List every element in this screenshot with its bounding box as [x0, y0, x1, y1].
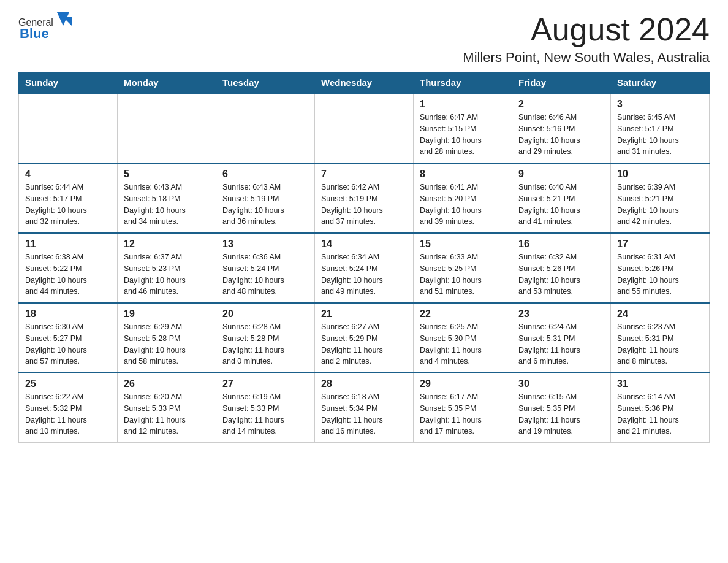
calendar-cell: 1Sunrise: 6:47 AMSunset: 5:15 PMDaylight…	[414, 93, 512, 163]
calendar-cell: 25Sunrise: 6:22 AMSunset: 5:32 PMDayligh…	[19, 373, 118, 443]
calendar-week-row: 1Sunrise: 6:47 AMSunset: 5:15 PMDaylight…	[19, 93, 710, 163]
calendar-day-header: Wednesday	[315, 72, 414, 94]
day-info: Sunrise: 6:14 AMSunset: 5:36 PMDaylight:…	[617, 391, 703, 437]
location-title: Millers Point, New South Wales, Australi…	[463, 50, 710, 66]
calendar-cell	[19, 93, 118, 163]
day-info: Sunrise: 6:32 AMSunset: 5:26 PMDaylight:…	[518, 251, 604, 297]
calendar-cell: 18Sunrise: 6:30 AMSunset: 5:27 PMDayligh…	[19, 303, 118, 373]
calendar-cell: 21Sunrise: 6:27 AMSunset: 5:29 PMDayligh…	[315, 303, 414, 373]
calendar-cell: 2Sunrise: 6:46 AMSunset: 5:16 PMDaylight…	[512, 93, 611, 163]
day-number: 19	[124, 308, 210, 320]
calendar-cell: 24Sunrise: 6:23 AMSunset: 5:31 PMDayligh…	[611, 303, 710, 373]
day-number: 21	[321, 308, 407, 320]
day-number: 13	[222, 239, 308, 250]
day-info: Sunrise: 6:25 AMSunset: 5:30 PMDaylight:…	[420, 321, 506, 367]
day-info: Sunrise: 6:30 AMSunset: 5:27 PMDaylight:…	[25, 321, 111, 367]
calendar-cell: 5Sunrise: 6:43 AMSunset: 5:18 PMDaylight…	[118, 163, 216, 233]
calendar-cell: 30Sunrise: 6:15 AMSunset: 5:35 PMDayligh…	[512, 373, 611, 443]
day-info: Sunrise: 6:38 AMSunset: 5:22 PMDaylight:…	[25, 251, 111, 297]
calendar-cell: 20Sunrise: 6:28 AMSunset: 5:28 PMDayligh…	[216, 303, 315, 373]
day-number: 6	[222, 169, 308, 180]
calendar-cell: 14Sunrise: 6:34 AMSunset: 5:24 PMDayligh…	[315, 233, 414, 303]
day-number: 11	[25, 239, 111, 250]
calendar-cell: 10Sunrise: 6:39 AMSunset: 5:21 PMDayligh…	[611, 163, 710, 233]
calendar-cell: 28Sunrise: 6:18 AMSunset: 5:34 PMDayligh…	[315, 373, 414, 443]
day-info: Sunrise: 6:36 AMSunset: 5:24 PMDaylight:…	[222, 251, 308, 297]
day-info: Sunrise: 6:47 AMSunset: 5:15 PMDaylight:…	[420, 112, 506, 158]
calendar-cell: 19Sunrise: 6:29 AMSunset: 5:28 PMDayligh…	[118, 303, 216, 373]
day-info: Sunrise: 6:27 AMSunset: 5:29 PMDaylight:…	[321, 321, 407, 367]
day-number: 15	[420, 239, 506, 250]
logo-blue-text: Blue	[20, 26, 49, 41]
month-title: August 2024	[463, 12, 710, 47]
day-info: Sunrise: 6:45 AMSunset: 5:17 PMDaylight:…	[617, 112, 703, 158]
day-info: Sunrise: 6:43 AMSunset: 5:19 PMDaylight:…	[222, 182, 308, 228]
calendar-day-header: Monday	[118, 72, 216, 94]
calendar-cell: 12Sunrise: 6:37 AMSunset: 5:23 PMDayligh…	[118, 233, 216, 303]
day-number: 25	[25, 378, 111, 389]
day-number: 23	[518, 308, 604, 320]
calendar-cell	[118, 93, 216, 163]
day-info: Sunrise: 6:46 AMSunset: 5:16 PMDaylight:…	[518, 112, 604, 158]
calendar-day-header: Sunday	[19, 72, 118, 94]
day-number: 29	[420, 378, 506, 389]
calendar-cell	[315, 93, 414, 163]
day-info: Sunrise: 6:43 AMSunset: 5:18 PMDaylight:…	[124, 182, 210, 228]
day-info: Sunrise: 6:23 AMSunset: 5:31 PMDaylight:…	[617, 321, 703, 367]
day-number: 4	[25, 169, 111, 180]
day-info: Sunrise: 6:34 AMSunset: 5:24 PMDaylight:…	[321, 251, 407, 297]
calendar-cell: 13Sunrise: 6:36 AMSunset: 5:24 PMDayligh…	[216, 233, 315, 303]
calendar-week-row: 25Sunrise: 6:22 AMSunset: 5:32 PMDayligh…	[19, 373, 710, 443]
calendar-cell: 6Sunrise: 6:43 AMSunset: 5:19 PMDaylight…	[216, 163, 315, 233]
day-number: 10	[617, 169, 703, 180]
day-info: Sunrise: 6:22 AMSunset: 5:32 PMDaylight:…	[25, 391, 111, 437]
calendar-cell: 9Sunrise: 6:40 AMSunset: 5:21 PMDaylight…	[512, 163, 611, 233]
day-number: 26	[124, 378, 210, 389]
calendar-cell: 16Sunrise: 6:32 AMSunset: 5:26 PMDayligh…	[512, 233, 611, 303]
calendar-cell: 3Sunrise: 6:45 AMSunset: 5:17 PMDaylight…	[611, 93, 710, 163]
day-info: Sunrise: 6:33 AMSunset: 5:25 PMDaylight:…	[420, 251, 506, 297]
calendar-cell: 7Sunrise: 6:42 AMSunset: 5:19 PMDaylight…	[315, 163, 414, 233]
day-number: 24	[617, 308, 703, 320]
day-number: 30	[518, 378, 604, 389]
day-number: 8	[420, 169, 506, 180]
day-number: 12	[124, 239, 210, 250]
calendar-week-row: 11Sunrise: 6:38 AMSunset: 5:22 PMDayligh…	[19, 233, 710, 303]
day-info: Sunrise: 6:44 AMSunset: 5:17 PMDaylight:…	[25, 182, 111, 228]
calendar-cell: 15Sunrise: 6:33 AMSunset: 5:25 PMDayligh…	[414, 233, 512, 303]
calendar-cell: 4Sunrise: 6:44 AMSunset: 5:17 PMDaylight…	[19, 163, 118, 233]
page-header: General Blue August 2024 Millers Point, …	[18, 12, 710, 66]
calendar-day-header: Thursday	[414, 72, 512, 94]
day-number: 2	[518, 99, 604, 110]
day-info: Sunrise: 6:17 AMSunset: 5:35 PMDaylight:…	[420, 391, 506, 437]
day-info: Sunrise: 6:41 AMSunset: 5:20 PMDaylight:…	[420, 182, 506, 228]
day-number: 16	[518, 239, 604, 250]
day-info: Sunrise: 6:15 AMSunset: 5:35 PMDaylight:…	[518, 391, 604, 437]
calendar-day-header: Friday	[512, 72, 611, 94]
day-number: 28	[321, 378, 407, 389]
day-info: Sunrise: 6:31 AMSunset: 5:26 PMDaylight:…	[617, 251, 703, 297]
day-number: 14	[321, 239, 407, 250]
day-number: 27	[222, 378, 308, 389]
logo-triangle-icon	[55, 12, 72, 26]
day-info: Sunrise: 6:40 AMSunset: 5:21 PMDaylight:…	[518, 182, 604, 228]
calendar-cell: 26Sunrise: 6:20 AMSunset: 5:33 PMDayligh…	[118, 373, 216, 443]
calendar-day-header: Tuesday	[216, 72, 315, 94]
day-number: 7	[321, 169, 407, 180]
day-info: Sunrise: 6:18 AMSunset: 5:34 PMDaylight:…	[321, 391, 407, 437]
day-info: Sunrise: 6:24 AMSunset: 5:31 PMDaylight:…	[518, 321, 604, 367]
day-number: 31	[617, 378, 703, 389]
calendar-cell: 31Sunrise: 6:14 AMSunset: 5:36 PMDayligh…	[611, 373, 710, 443]
day-info: Sunrise: 6:37 AMSunset: 5:23 PMDaylight:…	[124, 251, 210, 297]
day-number: 5	[124, 169, 210, 180]
day-info: Sunrise: 6:19 AMSunset: 5:33 PMDaylight:…	[222, 391, 308, 437]
day-number: 18	[25, 308, 111, 320]
day-info: Sunrise: 6:28 AMSunset: 5:28 PMDaylight:…	[222, 321, 308, 367]
day-number: 9	[518, 169, 604, 180]
calendar-day-header: Saturday	[611, 72, 710, 94]
calendar-cell	[216, 93, 315, 163]
title-area: August 2024 Millers Point, New South Wal…	[463, 12, 710, 66]
calendar-cell: 22Sunrise: 6:25 AMSunset: 5:30 PMDayligh…	[414, 303, 512, 373]
calendar-cell: 23Sunrise: 6:24 AMSunset: 5:31 PMDayligh…	[512, 303, 611, 373]
calendar-table: SundayMondayTuesdayWednesdayThursdayFrid…	[18, 72, 710, 443]
